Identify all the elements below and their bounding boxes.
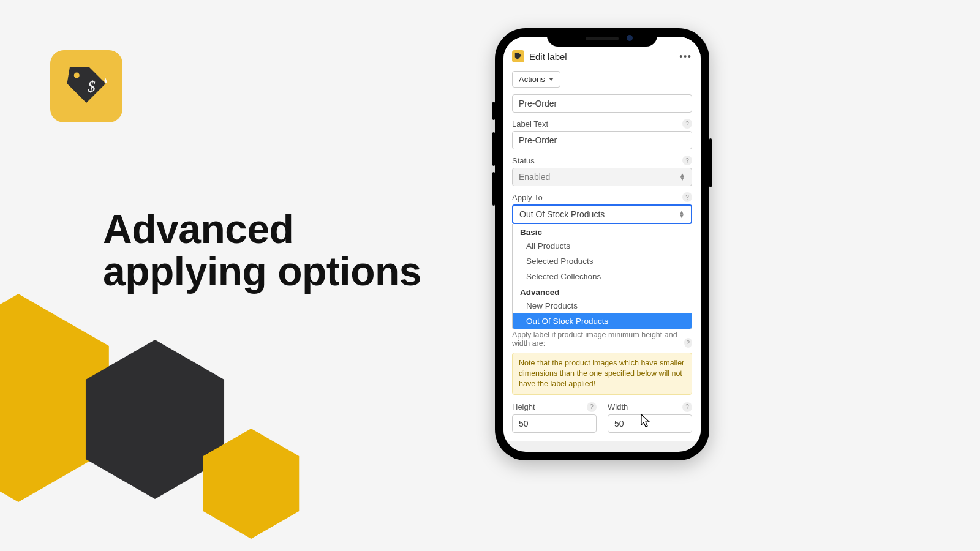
select-arrows-icon: ▲▼ [679, 211, 685, 218]
dropdown-item-all-products[interactable]: All Products [513, 238, 692, 253]
note-box: Note that the product images which have … [512, 353, 692, 395]
dropdown-item-new-products[interactable]: New Products [513, 298, 692, 313]
height-input[interactable] [512, 414, 597, 433]
dimensions-row: Height ? Width ? [512, 402, 692, 433]
help-icon[interactable]: ? [684, 338, 692, 348]
dropdown-group-basic: Basic [513, 224, 692, 238]
height-col: Height ? [512, 402, 597, 433]
help-icon[interactable]: ? [682, 156, 692, 165]
label-text-row: Label Text ? [512, 119, 692, 129]
more-icon[interactable]: ••• [679, 51, 692, 61]
actions-button[interactable]: Actions [512, 71, 560, 88]
label-text-label: Label Text [512, 119, 548, 129]
app-icon: $ [50, 50, 123, 122]
apply-to-label: Apply To [512, 193, 543, 202]
dropdown-item-selected-products[interactable]: Selected Products [513, 253, 692, 269]
width-input[interactable] [608, 414, 692, 433]
name-value: Pre-Order [519, 99, 557, 108]
status-label: Status [512, 156, 535, 165]
apply-hint-row: Apply label if product image minimum hei… [512, 329, 692, 348]
phone-side-button [492, 172, 495, 206]
width-col: Width ? [608, 402, 692, 433]
width-label: Width [608, 402, 628, 411]
dropdown-item-selected-collections[interactable]: Selected Collections [513, 269, 692, 284]
heading-line-2: applying options [103, 250, 421, 293]
apply-hint-text: Apply label if product image minimum hei… [512, 331, 680, 348]
status-row: Status ? [512, 156, 692, 165]
apply-to-value: Out Of Stock Products [519, 209, 605, 219]
help-icon[interactable]: ? [682, 192, 692, 202]
help-icon[interactable]: ? [682, 402, 692, 412]
svg-text:$: $ [88, 78, 95, 95]
help-icon[interactable]: ? [587, 402, 597, 412]
phone-frame: Edit label ••• Actions Pre-Order Label T… [495, 28, 709, 460]
phone-side-button [492, 132, 495, 166]
select-arrows-icon: ▲▼ [679, 173, 685, 181]
height-label: Height [512, 402, 535, 411]
label-text-value: Pre-Order [519, 135, 557, 145]
chevron-down-icon [549, 78, 554, 81]
label-text-input[interactable]: Pre-Order [512, 131, 692, 149]
phone-side-button [709, 138, 712, 187]
phone-side-button [492, 102, 495, 120]
actions-label: Actions [519, 75, 545, 84]
app-badge-icon [512, 50, 524, 62]
svg-point-0 [74, 73, 80, 78]
status-value: Enabled [519, 172, 550, 182]
svg-marker-4 [203, 429, 300, 539]
screen-title: Edit label [529, 51, 674, 62]
help-icon[interactable]: ? [682, 119, 692, 129]
heading-line-1: Advanced [103, 208, 421, 250]
dropdown-item-out-of-stock[interactable]: Out Of Stock Products [513, 313, 692, 329]
hexagon-decoration [196, 429, 306, 539]
price-tag-icon: $ [64, 64, 108, 108]
phone-screen: Edit label ••• Actions Pre-Order Label T… [503, 37, 701, 452]
apply-to-dropdown: Basic All Products Selected Products Sel… [512, 224, 692, 329]
form-area: Pre-Order Label Text ? Pre-Order Status … [503, 94, 701, 441]
status-select[interactable]: Enabled ▲▼ [512, 168, 692, 186]
apply-to-row: Apply To ? [512, 192, 692, 202]
actions-row: Actions [503, 67, 701, 94]
name-input[interactable]: Pre-Order [512, 94, 692, 113]
page-title: Advanced applying options [103, 208, 421, 293]
dropdown-group-advanced: Advanced [513, 284, 692, 298]
apply-to-select[interactable]: Out Of Stock Products ▲▼ [512, 204, 692, 224]
phone-notch [547, 28, 657, 47]
